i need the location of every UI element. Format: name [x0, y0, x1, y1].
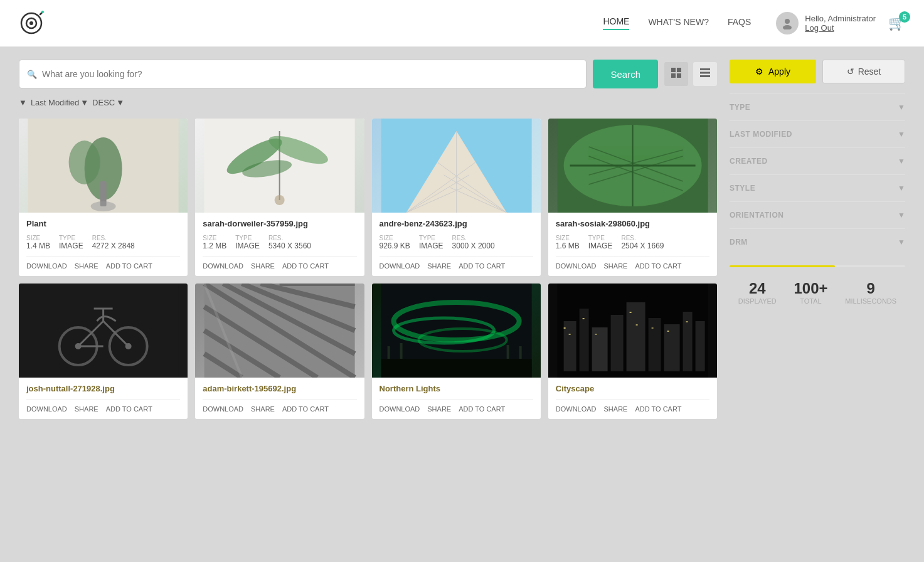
card-action-share[interactable]: SHARE: [604, 262, 628, 270]
card-title: Northern Lights: [380, 384, 533, 393]
card-action-download[interactable]: DOWNLOAD: [203, 405, 243, 413]
size-label: SIZE: [556, 235, 580, 241]
filter-icon: ⚙: [755, 66, 763, 77]
card-action-share[interactable]: SHARE: [427, 405, 451, 413]
card-action-download[interactable]: DOWNLOAD: [203, 262, 243, 270]
image-grid: Plant SIZE 1.4 MB TYPE IMAGE RES. 4272 X…: [19, 119, 717, 419]
filter-section-type[interactable]: TYPE ▼: [730, 93, 905, 120]
card-action-download[interactable]: DOWNLOAD: [556, 405, 597, 413]
filter-section-header[interactable]: STYLE ▼: [730, 184, 905, 193]
filter-section-header[interactable]: CREATED ▼: [730, 157, 905, 166]
size-value: 1.6 MB: [556, 241, 580, 250]
header-right: Hello, Administrator Log Out 🛒 5: [776, 12, 905, 34]
card-action-add-to-cart[interactable]: ADD TO CART: [282, 262, 329, 270]
card-action-add-to-cart[interactable]: ADD TO CART: [459, 405, 505, 413]
filter-section-last modified[interactable]: LAST MODIFIED ▼: [730, 120, 905, 147]
filter-section-header[interactable]: ORIENTATION ▼: [730, 211, 905, 220]
card-item: sarah-dorweiler-357959.jpg SIZE 1.2 MB T…: [195, 119, 364, 276]
grid-view-toggle[interactable]: [664, 62, 688, 86]
card-action-add-to-cart[interactable]: ADD TO CART: [282, 405, 329, 413]
reset-filter-button[interactable]: ↺ Reset: [822, 60, 905, 83]
card-action-share[interactable]: SHARE: [251, 262, 275, 270]
card-action-share[interactable]: SHARE: [75, 262, 98, 270]
card-divider: [203, 400, 356, 400]
filter-section-header[interactable]: LAST MODIFIED ▼: [730, 130, 905, 139]
filter-section-header[interactable]: DRM ▼: [730, 238, 905, 247]
filter-section-drm[interactable]: DRM ▼: [730, 228, 905, 255]
card-action-add-to-cart[interactable]: ADD TO CART: [106, 262, 152, 270]
card-item: adam-birkett-195692.jpg DOWNLOADSHAREADD…: [195, 284, 364, 419]
nav-whats-new[interactable]: WHAT'S NEW?: [648, 17, 709, 29]
card-divider: [203, 257, 356, 257]
filter-header: ⚙ Apply ↺ Reset: [730, 60, 905, 83]
search-button[interactable]: Search: [593, 60, 658, 88]
card-action-add-to-cart[interactable]: ADD TO CART: [106, 405, 152, 413]
card-thumbnail: [548, 284, 717, 378]
card-action-add-to-cart[interactable]: ADD TO CART: [635, 405, 681, 413]
size-label: SIZE: [26, 235, 50, 241]
content-area: 🔍 Search: [19, 60, 717, 419]
svg-rect-80: [695, 321, 704, 371]
card-action-add-to-cart[interactable]: ADD TO CART: [459, 262, 505, 270]
list-icon: [699, 67, 711, 78]
card-action-download[interactable]: DOWNLOAD: [380, 262, 420, 270]
svg-rect-76: [626, 302, 645, 371]
card-title: sarah-sosiak-298060.jpg: [556, 219, 709, 228]
card-action-download[interactable]: DOWNLOAD: [556, 262, 597, 270]
svg-rect-75: [610, 315, 623, 371]
size-value: 1.4 MB: [26, 241, 50, 250]
card-action-download[interactable]: DOWNLOAD: [380, 405, 420, 413]
card-action-share[interactable]: SHARE: [251, 405, 275, 413]
user-info: Hello, Administrator Log Out: [805, 14, 876, 33]
card-action-share[interactable]: SHARE: [427, 262, 451, 270]
nav-home[interactable]: HOME: [603, 16, 629, 30]
svg-rect-9: [671, 73, 676, 78]
svg-point-18: [91, 201, 116, 211]
svg-rect-66: [381, 359, 531, 378]
card-res: RES. 2504 X 1669: [621, 235, 664, 250]
card-thumbnail: [548, 119, 717, 213]
filter-section-created[interactable]: CREATED ▼: [730, 147, 905, 174]
user-section: Hello, Administrator Log Out: [776, 12, 876, 34]
apply-filter-button[interactable]: ⚙ Apply: [730, 60, 816, 83]
nav-faqs[interactable]: FAQS: [728, 17, 751, 29]
filter-section-label: LAST MODIFIED: [730, 130, 792, 139]
svg-rect-13: [700, 75, 710, 77]
card-res: RES. 3000 X 2000: [452, 235, 495, 250]
progress-bar: [730, 265, 835, 267]
search-icon: 🔍: [27, 70, 37, 79]
card-actions: DOWNLOADSHAREADD TO CART: [556, 262, 709, 270]
card-divider: [556, 257, 709, 257]
search-input[interactable]: [42, 69, 578, 79]
svg-rect-68: [400, 343, 402, 359]
card-type: TYPE IMAGE: [59, 235, 83, 250]
search-bar: 🔍 Search: [19, 60, 717, 88]
card-body: Plant SIZE 1.4 MB TYPE IMAGE RES. 4272 X…: [19, 213, 188, 276]
sort-arrow-icon: ▼: [19, 98, 27, 107]
filter-section-style[interactable]: STYLE ▼: [730, 174, 905, 201]
card-action-download[interactable]: DOWNLOAD: [26, 262, 67, 270]
type-label: TYPE: [59, 235, 83, 241]
card-divider: [26, 400, 180, 400]
sort-order-select[interactable]: DESC ▼: [92, 98, 124, 107]
card-action-download[interactable]: DOWNLOAD: [26, 405, 67, 413]
card-title: sarah-dorweiler-357959.jpg: [203, 219, 356, 228]
card-action-share[interactable]: SHARE: [75, 405, 98, 413]
res-value: 2504 X 1669: [621, 241, 664, 250]
card-action-add-to-cart[interactable]: ADD TO CART: [635, 262, 681, 270]
svg-rect-86: [635, 324, 637, 326]
svg-rect-11: [700, 68, 710, 70]
logout-link[interactable]: Log Out: [805, 23, 876, 33]
res-value: 4272 X 2848: [92, 241, 135, 250]
card-size: SIZE 926.9 KB: [380, 235, 410, 250]
card-action-share[interactable]: SHARE: [604, 405, 628, 413]
sort-field-select[interactable]: Last Modified ▼: [31, 98, 88, 107]
svg-rect-12: [700, 72, 710, 74]
filter-section-orientation[interactable]: ORIENTATION ▼: [730, 201, 905, 228]
cart-button[interactable]: 🛒 5: [888, 15, 905, 31]
card-title: Cityscape: [556, 384, 709, 393]
filter-section-header[interactable]: TYPE ▼: [730, 103, 905, 112]
list-view-toggle[interactable]: [693, 62, 717, 86]
sort-bar: ▼ Last Modified ▼ DESC ▼: [19, 98, 717, 107]
card-title: josh-nuttall-271928.jpg: [26, 384, 180, 393]
